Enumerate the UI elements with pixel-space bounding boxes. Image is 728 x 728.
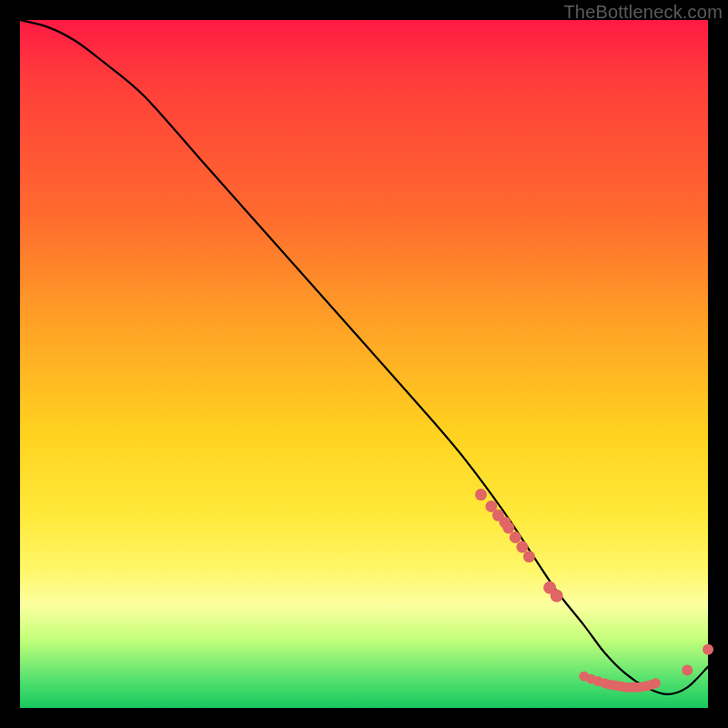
data-point [475, 489, 487, 500]
data-point [703, 644, 713, 655]
chart-svg [20, 20, 708, 708]
watermark-text: TheBottleneck.com [563, 2, 723, 23]
plot-area [20, 20, 708, 708]
bottleneck-curve [20, 20, 708, 694]
data-markers [475, 489, 713, 693]
data-point [551, 590, 563, 602]
data-point [651, 678, 661, 688]
data-point [502, 521, 514, 533]
data-point [682, 664, 693, 675]
data-point [516, 541, 528, 553]
chart-frame: TheBottleneck.com [0, 0, 728, 728]
data-point [510, 531, 521, 543]
data-point [523, 551, 535, 562]
